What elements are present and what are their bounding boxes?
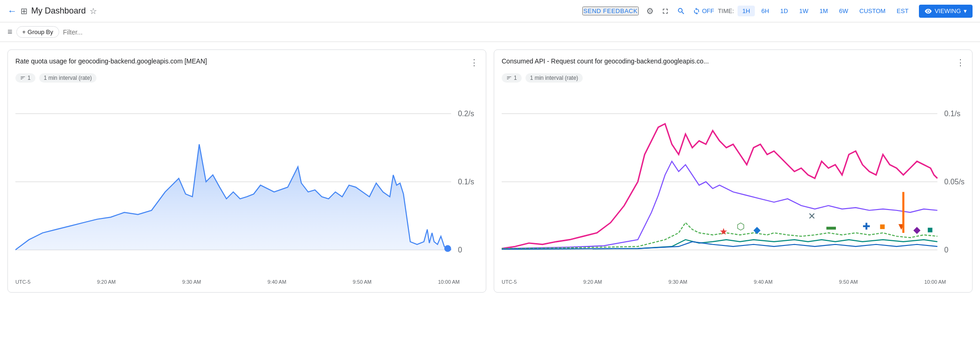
chart-2-more-button[interactable]: ⋮: [956, 57, 965, 68]
chart-2-title: Consumed API - Request count for geocodi…: [502, 57, 709, 65]
chart-1-svg: 0.2/s 0.1/s 0: [15, 86, 478, 277]
chart-1-x-label-2: 9:30 AM: [182, 279, 201, 285]
fullscreen-icon[interactable]: [661, 7, 669, 15]
svg-text:★: ★: [719, 226, 728, 237]
chart-2-header: Consumed API - Request count for geocodi…: [502, 57, 965, 68]
chart-1-filter-badge[interactable]: 1: [15, 73, 35, 83]
chart-2-filter-count: 1: [514, 75, 517, 81]
chart-2-container: 0.1/s 0.05/s 0 ★ ⬡ ◆: [502, 86, 965, 277]
chart-1-more-button[interactable]: ⋮: [470, 57, 478, 68]
svg-text:✚: ✚: [863, 221, 870, 231]
svg-text:0: 0: [944, 245, 948, 254]
chart-2-x-label-1: 9:20 AM: [583, 279, 602, 285]
chart-1-container: 0.2/s 0.1/s 0: [15, 86, 478, 277]
group-by-label: Group By: [28, 28, 53, 35]
auto-refresh-toggle[interactable]: OFF: [693, 7, 714, 15]
svg-text:⬡: ⬡: [737, 221, 745, 231]
chart-1-x-label-3: 9:40 AM: [268, 279, 286, 285]
chart-2-x-axis: UTC-5 9:20 AM 9:30 AM 9:40 AM 9:50 AM 10…: [502, 279, 965, 285]
back-icon: ←: [7, 6, 17, 16]
chart-1-interval: 1 min interval (rate): [39, 73, 97, 83]
svg-text:0.2/s: 0.2/s: [458, 109, 474, 118]
svg-text:■: ■: [927, 224, 933, 235]
chart-2-svg: 0.1/s 0.05/s 0 ★ ⬡ ◆: [502, 86, 965, 277]
header-title: My Dashboard: [31, 6, 86, 16]
chart-2-x-label-0: UTC-5: [502, 279, 517, 285]
time-1d-button[interactable]: 1D: [776, 6, 793, 16]
time-1h-button[interactable]: 1H: [738, 6, 755, 16]
star-icon[interactable]: ☆: [90, 6, 97, 16]
time-6h-button[interactable]: 6H: [757, 6, 774, 16]
auto-refresh-label: OFF: [702, 7, 714, 14]
time-6w-button[interactable]: 6W: [835, 6, 853, 16]
chart-2-x-label-5: 10:00 AM: [924, 279, 945, 285]
chart-2-x-label-2: 9:30 AM: [669, 279, 687, 285]
time-label: TIME:: [718, 7, 734, 14]
chart-1-x-label-4: 9:50 AM: [353, 279, 372, 285]
back-button[interactable]: ←: [7, 6, 17, 16]
timezone-button[interactable]: EST: [892, 6, 913, 16]
viewing-label: VIEWING: [935, 7, 961, 14]
chart-2-x-label-3: 9:40 AM: [754, 279, 773, 285]
svg-text:0: 0: [458, 245, 462, 254]
chart-card-1: Rate quota usage for geocoding-backend.g…: [7, 49, 486, 293]
chart-2-meta: 1 1 min interval (rate): [502, 73, 965, 83]
filter-input[interactable]: [63, 28, 973, 36]
chart-1-x-label-1: 9:20 AM: [97, 279, 116, 285]
time-custom-button[interactable]: CUSTOM: [855, 6, 890, 16]
svg-text:▼: ▼: [897, 221, 906, 231]
group-by-button[interactable]: + Group By: [16, 26, 60, 38]
svg-text:✕: ✕: [808, 210, 816, 221]
svg-text:0.1/s: 0.1/s: [944, 109, 960, 118]
chart-1-x-label-0: UTC-5: [15, 279, 30, 285]
menu-icon[interactable]: ≡: [7, 27, 13, 37]
svg-text:■: ■: [879, 221, 885, 231]
dashboard-icon: ⊞: [21, 6, 28, 16]
group-by-plus-icon: +: [22, 28, 26, 35]
search-icon[interactable]: [677, 7, 685, 15]
header-center: SEND FEEDBACK ⚙ OFF: [582, 6, 714, 16]
chart-2-interval: 1 min interval (rate): [525, 73, 583, 83]
time-1w-button[interactable]: 1W: [794, 6, 813, 16]
svg-text:▬: ▬: [827, 221, 836, 231]
svg-point-6: [444, 245, 451, 252]
chart-1-title: Rate quota usage for geocoding-backend.g…: [15, 57, 207, 65]
chart-1-x-axis: UTC-5 9:20 AM 9:30 AM 9:40 AM 9:50 AM 10…: [15, 279, 478, 285]
send-feedback-button[interactable]: SEND FEEDBACK: [582, 7, 638, 15]
viewing-dropdown-icon: ▾: [964, 7, 967, 14]
time-selector: TIME: 1H 6H 1D 1W 1M 6W CUSTOM EST VIEWI…: [718, 5, 973, 18]
chart-1-filter-count: 1: [28, 75, 31, 81]
svg-text:0.1/s: 0.1/s: [458, 177, 474, 186]
chart-1-meta: 1 1 min interval (rate): [15, 73, 478, 83]
chart-2-x-label-4: 9:50 AM: [839, 279, 858, 285]
time-1m-button[interactable]: 1M: [815, 6, 833, 16]
svg-text:◆: ◆: [753, 224, 761, 235]
chart-1-x-label-5: 10:00 AM: [438, 279, 459, 285]
settings-icon[interactable]: ⚙: [646, 6, 654, 16]
chart-2-filter-badge[interactable]: 1: [502, 73, 522, 83]
chart-card-2: Consumed API - Request count for geocodi…: [494, 49, 973, 293]
chart-1-header: Rate quota usage for geocoding-backend.g…: [15, 57, 478, 68]
main-content: Rate quota usage for geocoding-backend.g…: [0, 42, 980, 300]
viewing-button[interactable]: VIEWING ▾: [919, 5, 973, 18]
svg-text:0.05/s: 0.05/s: [944, 177, 965, 186]
app-header: ← ⊞ My Dashboard ☆ SEND FEEDBACK ⚙ OFF T…: [0, 0, 980, 22]
header-left: ← ⊞ My Dashboard ☆: [7, 6, 579, 16]
svg-text:◆: ◆: [913, 224, 921, 235]
toolbar: ≡ + Group By: [0, 22, 980, 42]
